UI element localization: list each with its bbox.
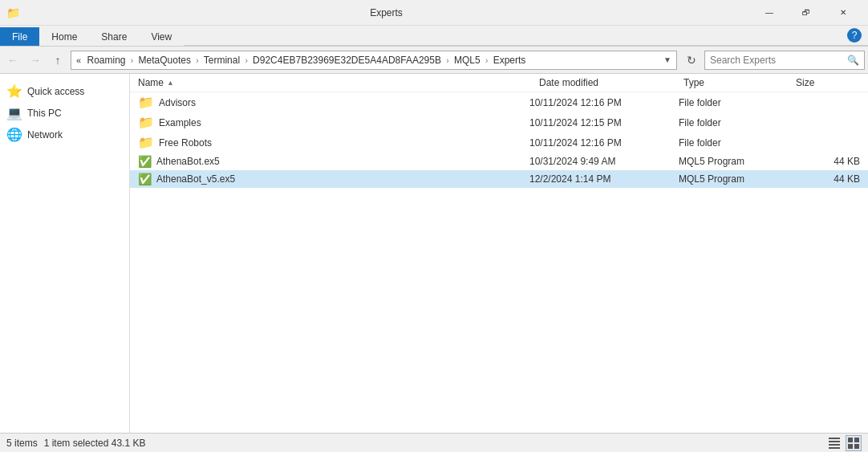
sidebar-item-network[interactable]: 🌐 Network xyxy=(0,124,129,145)
item-count: 5 items xyxy=(6,438,38,449)
status-bar: 5 items 1 item selected 43.1 KB xyxy=(0,433,868,452)
file-list: 📁 Advisors 10/11/2024 12:16 PM File fold… xyxy=(130,92,868,188)
window-title: Experts xyxy=(22,7,751,18)
svg-rect-2 xyxy=(829,444,840,446)
ribbon-tabs: File Home Share View ? xyxy=(0,26,868,47)
file-date-cell: 10/31/2024 9:49 AM xyxy=(529,156,674,167)
table-row[interactable]: ✅ AthenaBot.ex5 10/31/2024 9:49 AM MQL5 … xyxy=(130,153,868,170)
tab-file[interactable]: File xyxy=(0,27,39,46)
window-icon: 📁 xyxy=(6,6,20,19)
svg-rect-1 xyxy=(829,441,840,442)
refresh-button[interactable]: ↻ xyxy=(682,51,701,70)
file-size-cell: 44 KB xyxy=(796,173,860,185)
file-type-cell: MQL5 Program xyxy=(679,156,791,167)
file-name-label: AthenaBot.ex5 xyxy=(156,156,220,167)
file-area: Name ▲ Date modified Type Size 📁 Advisor… xyxy=(130,74,868,433)
svg-rect-4 xyxy=(848,438,853,442)
folder-icon: 📁 xyxy=(138,115,154,130)
svg-rect-3 xyxy=(829,447,840,449)
search-input[interactable] xyxy=(710,55,847,66)
forward-button[interactable]: → xyxy=(26,51,45,70)
tab-home[interactable]: Home xyxy=(39,27,89,46)
file-type-cell: File folder xyxy=(679,117,791,128)
col-header-type[interactable]: Type xyxy=(683,77,796,88)
file-type-cell: MQL5 Program xyxy=(679,173,791,185)
table-row[interactable]: 📁 Advisors 10/11/2024 12:16 PM File fold… xyxy=(130,92,868,112)
title-bar-icons: 📁 xyxy=(6,6,22,19)
file-name-label: Examples xyxy=(159,117,201,128)
path-breadcrumb: « Roaming › MetaQuotes › Terminal › D92C… xyxy=(76,55,525,66)
sidebar: ⭐ Quick access 💻 This PC 🌐 Network xyxy=(0,74,130,433)
selected-info: 1 item selected 43.1 KB xyxy=(44,438,146,449)
file-name-cell: ✅ AthenaBot.ex5 xyxy=(138,155,525,168)
address-bar: ← → ↑ « Roaming › MetaQuotes › Terminal … xyxy=(0,47,868,74)
file-date-cell: 10/11/2024 12:15 PM xyxy=(529,117,674,128)
svg-rect-5 xyxy=(854,438,859,442)
table-row[interactable]: 📁 Examples 10/11/2024 12:15 PM File fold… xyxy=(130,112,868,132)
file-size-cell: 44 KB xyxy=(796,156,860,167)
sidebar-item-quick-access[interactable]: ⭐ Quick access xyxy=(0,80,129,102)
minimize-button[interactable]: — xyxy=(751,0,788,26)
file-name-cell: 📁 Free Robots xyxy=(138,135,525,150)
file-name-cell: 📁 Advisors xyxy=(138,95,525,110)
this-pc-icon: 💻 xyxy=(6,105,22,120)
file-name-label: AthenaBot_v5.ex5 xyxy=(156,173,235,185)
back-button[interactable]: ← xyxy=(3,51,22,70)
table-row[interactable]: ✅ AthenaBot_v5.ex5 12/2/2024 1:14 PM MQL… xyxy=(130,170,868,188)
exe-icon: ✅ xyxy=(138,155,152,168)
file-name-label: Free Robots xyxy=(159,137,212,149)
title-bar-controls: — 🗗 ✕ xyxy=(751,0,862,26)
search-icon: 🔍 xyxy=(847,55,859,66)
col-header-name[interactable]: Name ▲ xyxy=(138,77,539,88)
file-name-cell: ✅ AthenaBot_v5.ex5 xyxy=(138,173,525,185)
exe-icon: ✅ xyxy=(138,173,152,185)
status-left: 5 items 1 item selected 43.1 KB xyxy=(6,438,145,449)
address-path[interactable]: « Roaming › MetaQuotes › Terminal › D92C… xyxy=(71,51,677,70)
file-name-cell: 📁 Examples xyxy=(138,115,525,130)
network-icon: 🌐 xyxy=(6,127,22,142)
quick-access-icon: ⭐ xyxy=(6,83,22,99)
help-icon[interactable]: ? xyxy=(847,28,862,43)
sidebar-label-quick-access: Quick access xyxy=(27,86,84,97)
svg-rect-0 xyxy=(829,438,840,439)
search-box[interactable]: 🔍 xyxy=(704,51,865,70)
close-button[interactable]: ✕ xyxy=(825,0,862,26)
status-right xyxy=(826,435,862,451)
sort-icon: ▲ xyxy=(167,79,174,87)
file-date-cell: 10/11/2024 12:16 PM xyxy=(529,97,674,108)
file-type-cell: File folder xyxy=(679,97,791,108)
path-dropdown-button[interactable]: ▼ xyxy=(663,55,671,64)
up-button[interactable]: ↑ xyxy=(48,51,67,70)
sidebar-label-this-pc: This PC xyxy=(27,108,62,119)
folder-icon: 📁 xyxy=(138,135,154,150)
details-view-icon xyxy=(829,438,840,449)
sidebar-item-this-pc[interactable]: 💻 This PC xyxy=(0,102,129,124)
path-dropdown-arrow[interactable]: « xyxy=(76,55,81,65)
file-name-label: Advisors xyxy=(159,97,196,108)
folder-icon: 📁 xyxy=(138,95,154,110)
table-row[interactable]: 📁 Free Robots 10/11/2024 12:16 PM File f… xyxy=(130,132,868,153)
svg-rect-6 xyxy=(848,444,853,449)
column-headers: Name ▲ Date modified Type Size xyxy=(130,74,868,92)
title-bar: 📁 Experts — 🗗 ✕ xyxy=(0,0,868,26)
col-header-size[interactable]: Size xyxy=(796,77,860,88)
list-view-icon xyxy=(848,438,859,449)
file-type-cell: File folder xyxy=(679,137,791,149)
file-date-cell: 10/11/2024 12:16 PM xyxy=(529,137,674,149)
file-date-cell: 12/2/2024 1:14 PM xyxy=(529,173,674,185)
svg-rect-7 xyxy=(854,444,859,449)
col-header-date[interactable]: Date modified xyxy=(539,77,683,88)
list-view-button[interactable] xyxy=(846,435,862,451)
tab-share[interactable]: Share xyxy=(89,27,139,46)
sidebar-label-network: Network xyxy=(27,129,63,140)
restore-button[interactable]: 🗗 xyxy=(788,0,825,26)
main-area: ⭐ Quick access 💻 This PC 🌐 Network Name … xyxy=(0,74,868,433)
tab-view[interactable]: View xyxy=(139,27,184,46)
details-view-button[interactable] xyxy=(826,435,842,451)
